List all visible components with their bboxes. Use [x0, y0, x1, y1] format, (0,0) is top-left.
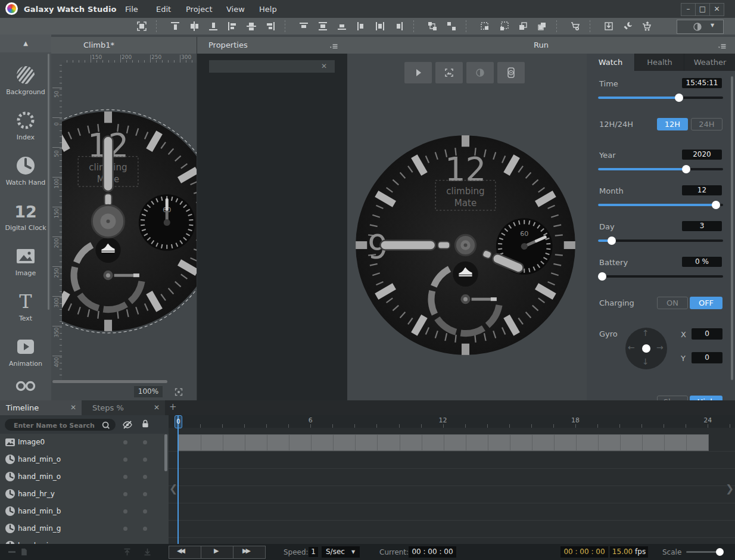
rewind-button[interactable]: ◀◀ [169, 546, 201, 559]
upload-to-store-button[interactable] [641, 21, 653, 32]
day-slider[interactable] [598, 237, 723, 245]
sidebar-item-background[interactable] [0, 64, 51, 88]
scale-slider-knob[interactable] [716, 548, 724, 556]
canvas-tab-header[interactable]: Climb1* [51, 37, 197, 54]
timeline-row[interactable]: hand_min_o [0, 468, 169, 486]
lock-dot[interactable] [143, 509, 147, 514]
slider-knob[interactable] [608, 237, 616, 245]
visibility-dot[interactable] [123, 527, 127, 531]
close-button[interactable]: ✕ [709, 3, 724, 16]
fit-to-selection-button[interactable] [136, 21, 148, 32]
run-play-button[interactable] [404, 62, 432, 83]
minimize-button[interactable]: – [681, 3, 696, 16]
sidebar-item-text[interactable]: T [0, 291, 51, 315]
slider-knob[interactable] [712, 201, 720, 209]
align-right-button[interactable] [264, 21, 276, 32]
canvas-horizontal-scrollbar[interactable] [52, 380, 167, 383]
lock-all-icon[interactable] [141, 418, 150, 431]
sidebar-item-index[interactable] [0, 110, 51, 133]
playhead-marker[interactable]: 0 [175, 415, 182, 428]
12h-button[interactable]: 12H [657, 118, 688, 130]
select-area-button[interactable] [479, 21, 491, 32]
lock-dot[interactable] [143, 492, 147, 496]
sidebar-item-animation[interactable] [0, 336, 51, 360]
lock-dot[interactable] [143, 527, 147, 531]
group-objects-button[interactable] [426, 21, 438, 32]
distribute-right-button[interactable] [393, 21, 405, 32]
fast-forward-button[interactable]: ▶▶ [233, 546, 266, 559]
align-vertical-center-button[interactable] [188, 21, 200, 32]
sidebar-scrollbar[interactable] [48, 54, 49, 310]
tab-steps[interactable]: Steps % ✕ [82, 400, 165, 415]
close-tab-icon[interactable]: ✕ [70, 400, 76, 415]
play-button[interactable]: ▶ [201, 546, 233, 559]
distribute-bottom-button[interactable] [336, 21, 348, 32]
panel-scrollbar[interactable] [731, 76, 733, 380]
sidebar-collapse-button[interactable]: ▲ [0, 35, 51, 52]
scale-slider[interactable] [686, 551, 723, 553]
paste-area-button[interactable] [498, 21, 510, 32]
slider-track[interactable] [598, 275, 723, 278]
run-device-button[interactable] [497, 62, 525, 83]
visibility-dot[interactable] [123, 440, 127, 444]
sidebar-item-more[interactable] [0, 380, 51, 400]
visibility-dot[interactable] [123, 492, 127, 496]
slider-knob[interactable] [598, 272, 606, 281]
timeline-keyframe-bar[interactable] [178, 434, 709, 451]
clear-search-icon[interactable]: ✕ [321, 62, 327, 70]
scroll-right-icon[interactable]: ❯ [725, 483, 734, 494]
menu-project[interactable]: Project [186, 5, 212, 14]
year-value-field[interactable]: 2020 [682, 150, 722, 160]
menu-edit[interactable]: Edit [156, 5, 171, 14]
gyro-down-icon[interactable]: ↓ [642, 357, 649, 366]
gyro-pad[interactable]: ↑ ↓ ← → [625, 328, 667, 369]
gyro-left-icon[interactable]: ← [628, 343, 635, 352]
distribute-top-button[interactable] [298, 21, 310, 32]
remove-keyframe-icon[interactable] [8, 551, 15, 553]
scroll-left-icon[interactable]: ❮ [169, 483, 177, 494]
lock-dot[interactable] [143, 440, 147, 444]
run-capture-button[interactable] [435, 62, 463, 83]
tab-timeline[interactable]: Timeline ✕ [0, 400, 82, 415]
gyro-center-dot[interactable] [642, 344, 650, 353]
timeline-row[interactable]: hand_min_b [0, 503, 169, 521]
speed-unit-dropdown[interactable]: S/sec ▼ [322, 546, 360, 558]
charging-on-button[interactable]: ON [657, 297, 688, 309]
menu-view[interactable]: View [226, 5, 245, 14]
run-theme-preview-button[interactable] [466, 62, 494, 83]
hide-all-icon[interactable] [122, 419, 133, 433]
battery-value-field[interactable]: 0 % [682, 257, 722, 267]
panel-menu-icon[interactable] [327, 42, 340, 49]
timeline-search[interactable] [5, 419, 116, 431]
store-settings-button[interactable] [569, 21, 581, 32]
day-value-field[interactable]: 3 [682, 221, 722, 231]
panel-menu-icon[interactable] [715, 42, 728, 49]
month-value-field[interactable]: 12 [682, 185, 722, 195]
playhead-line[interactable] [177, 415, 179, 544]
sidebar-item-image[interactable] [0, 245, 51, 269]
year-slider[interactable] [598, 165, 723, 173]
month-slider[interactable] [598, 201, 723, 209]
move-keyframe-up-icon[interactable] [123, 547, 132, 559]
align-horizontal-center-button[interactable] [245, 21, 257, 32]
tab-weather[interactable]: Weather [684, 54, 735, 71]
menu-help[interactable]: Help [259, 5, 277, 14]
properties-search-field[interactable]: ✕ [209, 60, 335, 73]
time-slider[interactable] [598, 94, 723, 102]
timeline-row[interactable]: hand_hr_y [0, 486, 169, 503]
gyro-x-field[interactable]: 0 [692, 328, 722, 340]
gyro-y-field[interactable]: 0 [692, 352, 722, 363]
current-time-field[interactable]: 00 : 00 : 00 [409, 546, 456, 558]
import-resource-button[interactable] [603, 21, 615, 32]
distribute-horizontal-center-button[interactable] [374, 21, 386, 32]
close-tab-icon[interactable]: ✕ [154, 400, 160, 415]
send-to-back-button[interactable] [536, 21, 548, 32]
tab-health[interactable]: Health [634, 54, 684, 71]
slider-knob[interactable] [682, 165, 690, 173]
ungroup-objects-button[interactable] [446, 21, 457, 32]
new-keyframe-icon[interactable] [20, 547, 28, 559]
distribute-left-button[interactable] [355, 21, 367, 32]
timeline-row[interactable]: hand_min_o [0, 451, 169, 469]
gyro-up-icon[interactable]: ↑ [642, 328, 649, 338]
time-value-field[interactable]: 15:45:11 [682, 78, 722, 88]
